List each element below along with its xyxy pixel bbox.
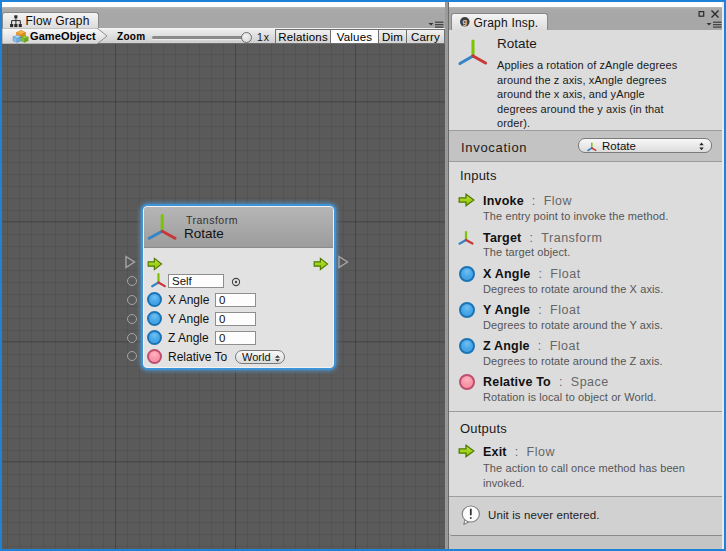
svg-text:g: g [463,17,468,26]
